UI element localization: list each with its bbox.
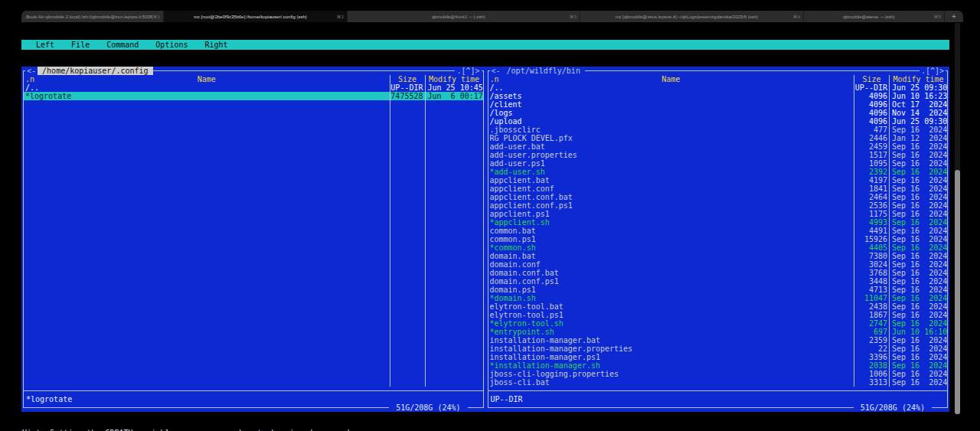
file-row[interactable]: .jbossclirc477Sep 16 2024 [488,126,948,134]
file-row[interactable]: appclient.conf.ps12536Sep 16 2024 [488,201,948,210]
panel-path[interactable]: /opt/wildfly/bin [502,67,585,75]
file-row[interactable]: *entrypoint.sh697Jun 10 16:10 [488,328,948,336]
file-name: installation-manager.bat [488,336,854,344]
file-row[interactable]: /..UP--DIRJun 25 10:45 [24,83,483,92]
file-row[interactable]: *common.sh4405Sep 16 2024 [488,243,948,252]
file-mtime: Nov 14 2024 [889,109,947,117]
mini-status: *logrotate [24,395,483,403]
file-mtime: Sep 16 2024 [889,286,947,294]
left-panel: <- /home/kopiauser/.config .[^]>.nNameSi… [23,70,484,408]
file-row[interactable]: domain.conf3024Sep 16 2024 [488,260,948,269]
file-size [390,378,425,387]
terminal-tab-1[interactable]: ..Book-Air-qbmobile-2.local):/sh:/(qbmob… [21,11,164,22]
menu-item-file[interactable]: File [63,41,98,49]
file-row[interactable]: appclient.conf1841Sep 16 2024 [488,184,948,193]
file-name [24,294,390,302]
file-name: elytron-tool.bat [488,302,854,311]
file-row-empty [24,159,483,168]
file-row[interactable]: /logs4096Nov 14 2024 [488,109,948,117]
header-mtime[interactable]: Modify time [889,75,947,83]
file-size: 4096 [854,117,889,126]
file-name [24,210,390,218]
terminal-tab-2[interactable]: mc [root@2be0f9c35b6e]:/home/kopiauser/.… [164,11,348,22]
file-name [24,353,390,361]
menu-item-right[interactable]: Right [197,41,237,49]
file-row[interactable]: jboss-cli.bat3313Sep 16 2024 [488,378,948,387]
file-row[interactable]: common.bat4491Sep 16 2024 [488,227,948,235]
terminal-tab-4[interactable]: mc [qbmobile@zeus.lepsze.it]:~/qbLogs/je… [580,11,804,22]
file-mtime [425,286,483,294]
file-row[interactable]: installation-manager.bat2359Sep 16 2024 [488,336,948,344]
file-row[interactable]: /client4096Oct 17 2024 [488,100,948,109]
tab-title: mc [root@2be0f9c35b6e]:/home/kopiauser/.… [164,15,337,19]
file-size: 3024 [854,260,889,269]
panel-updir-marker[interactable]: .[^]> [455,67,481,75]
file-name: /assets [488,92,854,100]
file-mtime [425,235,483,243]
file-row[interactable]: add-user.properties1517Sep 16 2024 [488,151,948,159]
header-name[interactable]: .nName [488,75,854,83]
file-row[interactable]: *domain.sh11047Sep 16 2024 [488,294,948,302]
terminal-tab-5[interactable]: qbmobile@atena: ~ (ssh)⌘5 [804,11,945,22]
file-mtime: Sep 16 2024 [889,193,947,201]
file-row[interactable]: installation-manager.ps13396Sep 16 2024 [488,353,948,361]
file-row[interactable]: domain.conf.ps13448Sep 16 2024 [488,277,948,286]
sort-indicator: .n [490,75,499,83]
panel-back-marker[interactable]: <- [490,67,502,75]
panel-updir-marker[interactable]: .[^]> [920,67,946,75]
header-size[interactable]: Size [854,75,889,83]
file-row[interactable]: elytron-tool.ps11867Sep 16 2024 [488,311,948,319]
file-row[interactable]: *appclient.sh4993Sep 16 2024 [488,218,948,227]
file-row[interactable]: domain.conf.bat3768Sep 16 2024 [488,269,948,277]
file-size: 1175 [854,210,889,218]
header-size[interactable]: Size [390,75,425,83]
file-name: appclient.conf.bat [488,193,854,201]
file-row[interactable]: RG_PLOCK_DEVEL.pfx2446Jan 12 2024 [488,134,948,142]
file-row[interactable]: /..UP--DIRJun 25 09:30 [488,83,948,92]
menu-item-command[interactable]: Command [98,41,147,49]
file-row[interactable]: domain.ps14713Sep 16 2024 [488,286,948,294]
file-row[interactable]: *logrotate7475528Jun 6 00:17 [24,92,483,100]
file-row[interactable]: common.ps115926Sep 16 2024 [488,235,948,243]
panel-back-marker[interactable]: <- [25,67,38,75]
header-name[interactable]: .nName [24,75,390,83]
file-mtime: Sep 16 2024 [889,218,947,227]
file-row[interactable]: domain.bat7380Sep 16 2024 [488,252,948,260]
scrollbar-track[interactable] [955,23,960,414]
file-name [24,319,390,328]
new-tab-button[interactable]: + [945,11,963,22]
scrollbar-thumb[interactable] [955,170,960,414]
file-name [24,117,390,126]
file-row[interactable]: appclient.ps11175Sep 16 2024 [488,210,948,218]
file-row[interactable]: elytron-tool.bat2438Sep 16 2024 [488,302,948,311]
file-row[interactable]: *installation-manager.sh2038Sep 16 2024 [488,361,948,370]
file-row[interactable]: *add-user.sh2392Sep 16 2024 [488,168,948,176]
file-row[interactable]: *elytron-tool.sh2747Sep 16 2024 [488,319,948,328]
file-name: add-user.bat [488,142,854,151]
terminal-tab-3[interactable]: qbmobile@front1: ~ (-zsh)⌘3 [348,11,580,22]
header-mtime[interactable]: Modify time [425,75,483,83]
file-name [24,142,390,151]
file-name [24,252,390,260]
file-row[interactable]: installation-manager.properties22Sep 16 … [488,344,948,353]
file-row[interactable]: /assets4096Jun 10 16:23 [488,92,948,100]
file-mtime [425,294,483,302]
file-mtime [425,193,483,201]
file-row[interactable]: jboss-cli-logging.properties1006Sep 16 2… [488,370,948,378]
file-row-empty [24,193,483,201]
panel-path[interactable]: /home/kopiauser/.config [38,67,153,75]
file-size [390,168,425,176]
file-size: 2747 [854,319,889,328]
file-name: domain.conf.ps1 [488,277,854,286]
menu-item-left[interactable]: Left [28,41,63,49]
menu-item-options[interactable]: Options [147,41,196,49]
file-row[interactable]: appclient.bat4197Sep 16 2024 [488,176,948,184]
file-mtime [425,243,483,252]
file-row-empty [24,302,483,311]
file-name: /.. [24,83,390,92]
file-row[interactable]: add-user.ps11095Sep 16 2024 [488,159,948,168]
file-size [390,269,425,277]
file-row[interactable]: /upload4096Jun 25 09:30 [488,117,948,126]
file-row[interactable]: appclient.conf.bat2464Sep 16 2024 [488,193,948,201]
file-row[interactable]: add-user.bat2459Sep 16 2024 [488,142,948,151]
